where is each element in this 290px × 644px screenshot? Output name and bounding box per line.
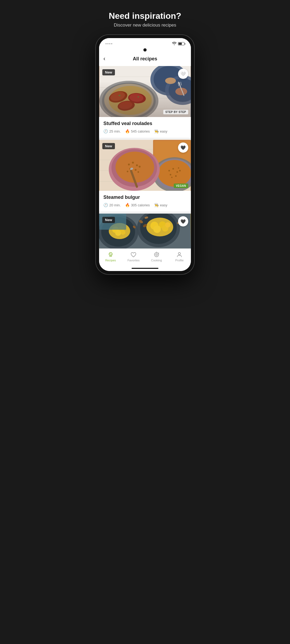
svg-point-43 [179,170,181,171]
difficulty-value-2: easy [160,203,167,207]
svg-point-23 [129,93,144,102]
promo-header: Need inspiration? Discover new delicious… [103,5,187,34]
recipe-image-container-1: New 🤍 STEP BY STEP [99,66,191,117]
svg-point-25 [118,101,133,110]
nav-item-favorites[interactable]: Favorites [125,251,142,262]
svg-point-17 [102,83,156,117]
recipe-info-2: Steamed bulgur 🕐 20 min. 🔥 305 calories [99,191,191,211]
svg-point-11 [175,88,187,95]
nav-label-profile: Profile [175,259,184,262]
status-bar [99,38,191,48]
recipe-name-2: Steamed bulgur [103,195,187,200]
recipe-time-1: 🕐 25 min. [103,129,121,133]
signal-dot-1 [106,43,107,44]
chef-icon-2: 👨‍🍳 [154,203,159,207]
back-button[interactable]: ‹ [103,55,105,62]
svg-point-38 [168,170,170,171]
recipe-card-3[interactable]: New 🖤 [99,214,191,248]
nav-item-recipes[interactable]: Recipes [103,251,119,262]
heart-icon-2: 🖤 [180,145,186,150]
recipe-info-1: Stuffed veal roulades 🕐 25 min. 🔥 545 ca… [99,117,191,138]
svg-point-57 [127,171,128,172]
svg-point-24 [117,100,135,112]
nav-item-profile[interactable]: Profile [171,251,187,262]
svg-point-73 [153,225,161,233]
phone-screen: ‹ All recipes [99,38,191,271]
svg-point-21 [109,90,126,103]
svg-line-15 [181,82,182,85]
phone-frame: ‹ All recipes [95,34,195,275]
svg-point-69 [121,230,125,235]
calories-value-1: 545 calories [131,129,150,133]
recipe-calories-2: 🔥 305 calories [125,203,150,207]
clock-icon-1: 🕐 [103,129,108,133]
home-indicator [132,268,158,269]
time-value-1: 25 min. [109,129,121,133]
signal-dots [106,43,112,44]
svg-point-54 [139,166,141,168]
recipe-time-2: 🕐 20 min. [103,203,121,207]
cooking-icon [153,251,160,258]
svg-point-10 [165,78,176,84]
svg-point-18 [104,84,154,117]
new-badge-3: New [102,217,115,223]
svg-line-13 [178,83,179,86]
chef-icon-1: 👨‍🍳 [154,129,159,133]
time-value-2: 20 min. [109,203,121,207]
svg-point-22 [128,93,146,104]
svg-line-14 [179,82,180,86]
vegan-badge: VEGAN [174,184,188,188]
svg-point-53 [135,169,137,171]
svg-point-40 [176,171,178,173]
svg-point-45 [178,167,179,169]
nav-label-recipes: Recipes [105,259,116,262]
recipe-difficulty-2: 👨‍🍳 easy [154,203,167,207]
home-indicator-area [99,266,191,271]
svg-point-51 [136,164,138,166]
recipe-meta-1: 🕐 25 min. 🔥 545 calories 👨‍🍳 easy [103,129,187,133]
recipe-card-1[interactable]: New 🤍 STEP BY STEP Stuffed veal roulades… [99,66,191,138]
step-by-step-badge: STEP BY STEP [163,110,188,114]
new-badge-2: New [102,143,115,149]
recipe-difficulty-1: 👨‍🍳 easy [154,129,167,133]
top-nav: ‹ All recipes [99,53,191,66]
status-right [172,42,184,46]
svg-point-86 [156,254,157,255]
recipe-list[interactable]: New 🤍 STEP BY STEP Stuffed veal roulades… [99,66,191,248]
recipe-image-container-3: New 🖤 [99,214,191,248]
heart-icon-1: 🤍 [180,71,186,76]
wifi-icon [172,42,176,46]
svg-point-9 [169,78,191,102]
nav-label-favorites: Favorites [128,259,140,262]
svg-point-56 [137,171,139,173]
nav-label-cooking: Cooking [151,259,162,262]
profile-icon [176,251,183,258]
svg-point-19 [109,86,152,115]
favorites-icon [130,251,137,258]
promo-subtitle: Discover new delicious recipes [109,23,181,28]
app-wrapper: Need inspiration? Discover new delicious… [93,5,197,275]
svg-point-75 [165,222,171,228]
fire-icon-2: 🔥 [125,203,130,207]
recipe-card-2[interactable]: New 🖤 VEGAN Steamed bulgur 🕐 20 min. [99,140,191,211]
calories-value-2: 305 calories [131,203,150,207]
svg-point-37 [158,160,191,187]
nav-item-cooking[interactable]: Cooking [148,251,165,262]
camera-area [99,48,191,53]
page-title: All recipes [133,56,157,62]
svg-point-26 [118,95,121,96]
clock-icon-2: 🕐 [103,203,108,207]
recipes-icon [107,251,114,258]
signal-dot-2 [107,43,108,44]
svg-point-89 [178,253,180,255]
camera-dot [143,48,147,52]
svg-point-27 [137,96,139,97]
difficulty-value-1: easy [160,129,167,133]
fire-icon-1: 🔥 [125,129,130,133]
signal-dot-3 [109,43,110,44]
recipe-calories-1: 🔥 545 calories [125,129,150,133]
svg-point-39 [172,168,174,170]
svg-point-41 [170,174,171,175]
svg-point-42 [175,175,177,177]
battery-icon [178,42,184,45]
